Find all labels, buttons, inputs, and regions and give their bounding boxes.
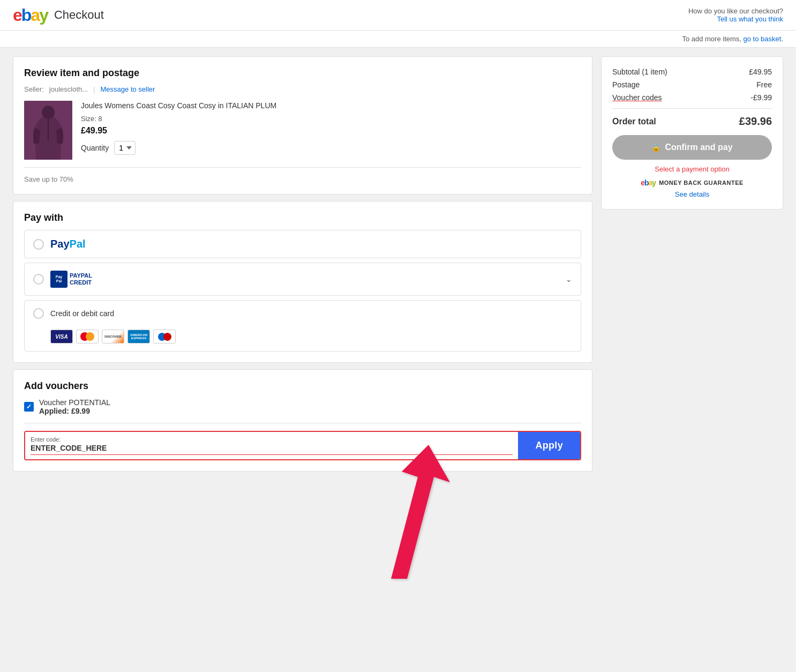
order-total-row: Order total £39.96	[612, 115, 772, 128]
checkmark-icon: ✓	[26, 403, 32, 410]
save-text: Save up to 70%	[24, 175, 581, 183]
header-feedback: How do you like our checkout? Tell us wh…	[688, 7, 783, 23]
card-label: Credit or debit card	[50, 309, 114, 318]
summary-card: Subtotal (1 item) £49.95 Postage Free Vo…	[601, 56, 783, 210]
seller-divider: |	[93, 85, 95, 93]
quantity-select[interactable]: 1 2 3	[114, 141, 136, 155]
voucher-checkbox[interactable]: ✓	[24, 402, 34, 412]
amex-icon: AMERICANEXPRESS	[127, 330, 150, 344]
expand-icon[interactable]: ⌄	[566, 275, 572, 283]
paypal-option[interactable]: PayPal	[24, 230, 581, 258]
voucher-divider	[24, 423, 581, 423]
voucher-name: Voucher POTENTIAL	[39, 398, 110, 407]
header: ebay Checkout How do you like our checko…	[0, 0, 796, 31]
paypal-credit-logo: PayPal PAYPALCREDIT	[50, 271, 92, 288]
go-to-basket-link[interactable]: go to basket	[744, 35, 782, 43]
voucher-input-wrapper: Enter code:	[25, 432, 518, 459]
logo-a: a	[31, 5, 39, 25]
mastercard-icon	[76, 330, 99, 344]
header-left: ebay Checkout	[13, 6, 104, 24]
subtotal-row: Subtotal (1 item) £49.95	[612, 68, 772, 76]
checkout-title: Checkout	[54, 8, 104, 22]
card-option-header: Credit or debit card	[33, 308, 114, 319]
order-total-amount: £39.96	[739, 115, 772, 128]
voucher-input-label: Enter code:	[31, 436, 513, 443]
seller-label: Seller:	[24, 85, 44, 93]
paypal-pal-text: Pal	[70, 238, 86, 250]
item-size: Size: 8	[81, 115, 581, 123]
paypal-credit-option[interactable]: PayPal PAYPALCREDIT ⌄	[24, 263, 581, 296]
quantity-label: Quantity	[81, 144, 109, 152]
review-card: Review item and postage Seller: joulescl…	[13, 56, 592, 195]
payment-card: Pay with PayPal PayPal PAYPALCREDI	[13, 201, 592, 363]
item-image-inner	[24, 101, 72, 160]
postage-row: Postage Free	[612, 80, 772, 89]
visa-icon: VISA	[50, 330, 73, 344]
logo-y: y	[39, 5, 48, 25]
subtotal-label: Subtotal (1 item)	[612, 68, 667, 76]
paypal-logo-text: Pay	[50, 238, 70, 250]
payment-title: Pay with	[24, 212, 581, 223]
ebay-logo: ebay	[13, 6, 48, 24]
subtotal-amount: £49.95	[749, 68, 772, 76]
left-column: Review item and postage Seller: joulescl…	[13, 56, 592, 472]
confirm-pay-button[interactable]: 🔒 Confirm and pay	[612, 135, 772, 160]
item-row: Joules Womens Coast Cosy Coast Cosy in I…	[24, 101, 581, 160]
voucher-summary-row: Voucher codes -£9.99	[612, 93, 772, 102]
voucher-title: Add vouchers	[24, 380, 581, 392]
logo-e: e	[13, 5, 21, 25]
item-image	[24, 101, 72, 160]
seller-name: joulescloth...	[49, 85, 88, 93]
discover-icon: DISCOVER	[102, 330, 124, 344]
paypal-logo: PayPal	[50, 238, 86, 250]
postage-label: Postage	[612, 80, 640, 89]
voucher-card: Add vouchers ✓ Voucher POTENTIAL Applied…	[13, 369, 592, 472]
item-name: Joules Womens Coast Cosy Coast Cosy in I…	[81, 101, 581, 111]
review-title: Review item and postage	[24, 68, 581, 79]
ebay-mini-logo: ebay	[641, 178, 656, 187]
paypal-credit-text: PAYPALCREDIT	[70, 272, 92, 286]
logo-b: b	[21, 5, 31, 25]
voucher-underline	[31, 454, 513, 455]
lock-icon: 🔒	[651, 143, 660, 152]
postage-amount: Free	[756, 80, 772, 89]
apply-button[interactable]: Apply	[518, 432, 580, 459]
guarantee-text: MONEY BACK GUARANTEE	[659, 180, 744, 186]
see-details-link[interactable]: See details	[675, 190, 709, 198]
item-price: £49.95	[81, 126, 581, 136]
order-total-label: Order total	[612, 117, 656, 126]
voucher-summary-label: Voucher codes	[612, 93, 662, 102]
payment-option-message: Select a payment option	[612, 165, 772, 173]
voucher-summary-amount: -£9.99	[750, 93, 772, 102]
item-image-svg	[24, 101, 72, 160]
quantity-row: Quantity 1 2 3	[81, 141, 581, 155]
see-details: See details	[612, 190, 772, 198]
feedback-link[interactable]: Tell us what you think	[717, 15, 783, 23]
message-seller-link[interactable]: Message to seller	[101, 85, 155, 93]
card-radio[interactable]	[33, 308, 44, 319]
confirm-pay-label: Confirm and pay	[665, 143, 732, 152]
card-icons: VISA DISCOVER AMERICANEXPRESS	[50, 330, 176, 344]
voucher-applied-amount: Applied: £9.99	[39, 407, 110, 415]
item-divider	[24, 167, 581, 168]
voucher-code-input[interactable]	[31, 444, 513, 452]
top-bar-text: To add more items,	[682, 35, 741, 43]
paypal-radio[interactable]	[33, 239, 44, 250]
voucher-input-row: Enter code: Apply	[24, 431, 581, 460]
feedback-prompt: How do you like our checkout?	[688, 7, 783, 15]
ebay-guarantee: ebay MONEY BACK GUARANTEE	[612, 178, 772, 187]
seller-row: Seller: joulescloth... | Message to sell…	[24, 85, 581, 93]
paypal-credit-icon: PayPal	[50, 271, 67, 288]
top-bar: To add more items, go to basket.	[0, 31, 796, 48]
voucher-details: Voucher POTENTIAL Applied: £9.99	[39, 398, 110, 415]
card-option[interactable]: Credit or debit card VISA DISCOVER AMERI…	[24, 300, 581, 352]
right-column: Subtotal (1 item) £49.95 Postage Free Vo…	[601, 56, 783, 472]
maestro-icon	[153, 330, 176, 344]
summary-divider	[612, 108, 772, 109]
main-layout: Review item and postage Seller: joulescl…	[0, 48, 796, 480]
voucher-applied-row: ✓ Voucher POTENTIAL Applied: £9.99	[24, 398, 581, 415]
paypal-credit-radio[interactable]	[33, 274, 44, 285]
item-details: Joules Womens Coast Cosy Coast Cosy in I…	[81, 101, 581, 155]
